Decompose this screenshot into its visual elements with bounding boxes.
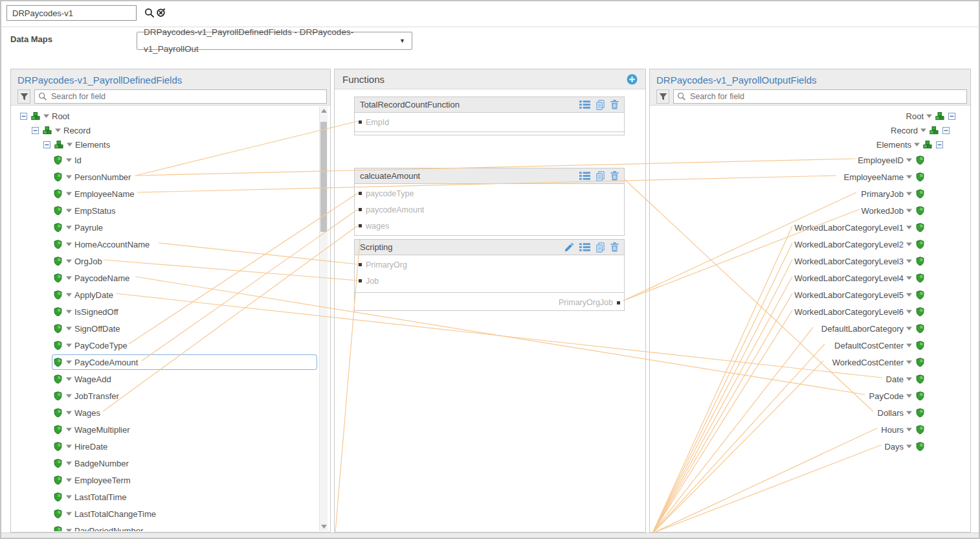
chevron-down-icon[interactable] xyxy=(65,275,72,281)
output-field-row[interactable]: WorkedLaborCategoryLevel2 xyxy=(651,236,970,253)
output-field-row[interactable]: DefaultLaborCategory xyxy=(651,320,970,337)
chevron-down-icon[interactable] xyxy=(906,343,913,348)
chevron-down-icon[interactable] xyxy=(54,128,61,133)
filter-funnel-icon[interactable] xyxy=(656,89,669,104)
chevron-down-icon[interactable] xyxy=(906,174,913,179)
port-square[interactable] xyxy=(359,208,362,211)
chevron-down-icon[interactable] xyxy=(43,113,50,119)
source-field-row[interactable]: LastTotalChangeTime xyxy=(12,505,329,522)
chevron-down-icon[interactable] xyxy=(906,427,913,432)
chevron-down-icon[interactable] xyxy=(65,343,72,348)
chevron-down-icon[interactable] xyxy=(906,275,913,281)
copy-icon[interactable] xyxy=(596,100,605,110)
collapse-minus-icon[interactable] xyxy=(948,113,955,120)
output-field-row[interactable]: WorkedLaborCategoryLevel3 xyxy=(651,253,970,270)
chevron-down-icon[interactable] xyxy=(65,360,72,365)
chevron-down-icon[interactable] xyxy=(65,326,72,331)
source-field-row[interactable]: ApplyDate xyxy=(12,286,329,303)
output-field-row[interactable]: PayCode xyxy=(651,387,970,404)
chevron-down-icon[interactable] xyxy=(65,444,72,449)
port-square[interactable] xyxy=(359,263,362,266)
scrollbar-thumb[interactable] xyxy=(320,122,327,232)
function-input-port[interactable]: Job xyxy=(355,273,624,289)
source-field-row[interactable]: Id xyxy=(12,152,329,168)
chevron-down-icon[interactable] xyxy=(906,309,913,314)
source-field-row[interactable]: SignOffDate xyxy=(12,320,329,337)
output-field-row[interactable]: WorkedLaborCategoryLevel4 xyxy=(651,270,970,286)
chevron-down-icon[interactable] xyxy=(65,174,72,179)
output-field-row[interactable]: Dollars xyxy=(651,404,970,421)
source-field-row[interactable]: HomeAccountName xyxy=(12,236,329,253)
chevron-down-icon[interactable] xyxy=(65,461,72,466)
output-field-row[interactable]: PrimaryJob xyxy=(651,185,970,202)
chevron-down-icon[interactable] xyxy=(65,376,72,382)
chevron-down-icon[interactable] xyxy=(906,393,913,398)
collapse-minus-icon[interactable] xyxy=(936,141,943,148)
output-field-row[interactable]: DefaultCostCenter xyxy=(651,337,970,354)
filter-funnel-icon[interactable] xyxy=(17,89,30,104)
source-field-row[interactable]: BadgeNumber xyxy=(12,455,329,472)
chevron-down-icon[interactable] xyxy=(906,225,913,230)
function-input-port[interactable]: wages xyxy=(355,218,624,234)
output-field-row[interactable]: WorkedLaborCategoryLevel1 xyxy=(651,219,970,236)
chevron-down-icon[interactable] xyxy=(65,292,72,297)
chevron-down-icon[interactable] xyxy=(65,309,72,314)
source-field-row[interactable]: EmployeeTerm xyxy=(12,472,329,488)
function-input-port[interactable]: PrimaryOrg xyxy=(355,257,624,273)
source-field-row[interactable]: PersonNumber xyxy=(12,168,329,185)
function-input-port[interactable]: paycodeAmount xyxy=(355,201,624,218)
tree-node-row[interactable]: Record xyxy=(12,123,329,137)
tree-node-row[interactable]: Elements xyxy=(651,137,970,152)
list-icon[interactable] xyxy=(579,100,590,109)
output-field-row[interactable]: Date xyxy=(651,371,970,387)
function-box-scripting[interactable]: Scripting PrimaryOrg Job xyxy=(354,239,625,311)
chevron-down-icon[interactable] xyxy=(906,191,913,196)
chevron-down-icon[interactable] xyxy=(906,157,913,163)
chevron-down-icon[interactable] xyxy=(906,360,913,365)
function-input-port[interactable]: paycodeType xyxy=(355,185,624,201)
source-field-row[interactable]: PayCodeType xyxy=(12,337,329,354)
output-field-search-input[interactable] xyxy=(673,89,967,104)
source-field-row[interactable]: EmpStatus xyxy=(12,202,329,219)
chevron-down-icon[interactable] xyxy=(906,326,913,331)
output-field-row[interactable]: EmployeeID xyxy=(651,152,970,168)
source-field-search-input[interactable] xyxy=(34,89,327,104)
chevron-down-icon[interactable] xyxy=(65,511,72,516)
output-field-row[interactable]: Hours xyxy=(651,421,970,438)
port-square[interactable] xyxy=(617,301,620,304)
source-field-row[interactable]: PayPeriodNumber xyxy=(12,522,329,531)
tree-node-row[interactable]: Root xyxy=(12,109,329,123)
chevron-down-icon[interactable] xyxy=(66,142,73,147)
copy-icon[interactable] xyxy=(596,242,605,253)
output-field-row[interactable]: Days xyxy=(651,438,970,455)
trash-icon[interactable] xyxy=(610,171,619,181)
chevron-down-icon[interactable] xyxy=(906,444,913,449)
output-field-row[interactable]: WorkedCostCenter xyxy=(651,354,970,371)
port-square[interactable] xyxy=(359,224,362,227)
chevron-down-icon[interactable] xyxy=(906,208,913,213)
data-map-select[interactable]: DRPaycodes-v1_PayrollDefinedFields - DRP… xyxy=(137,32,412,50)
chevron-down-icon[interactable] xyxy=(65,393,72,398)
scroll-down-icon[interactable] xyxy=(320,522,328,531)
chevron-down-icon[interactable] xyxy=(65,191,72,196)
chevron-down-icon[interactable] xyxy=(65,225,72,230)
chevron-down-icon[interactable] xyxy=(906,410,913,415)
port-square[interactable] xyxy=(359,279,362,282)
output-field-row[interactable]: EmployeeName xyxy=(651,168,970,185)
source-field-row[interactable]: Wages xyxy=(12,404,329,421)
list-icon[interactable] xyxy=(579,243,590,251)
list-icon[interactable] xyxy=(579,172,590,180)
function-box-totalrecordcount[interactable]: TotalRecordCountFunction EmpId xyxy=(354,97,625,135)
chevron-down-icon[interactable] xyxy=(65,494,72,499)
chevron-down-icon[interactable] xyxy=(65,258,72,264)
source-field-row[interactable]: LastTotalTime xyxy=(12,488,329,505)
chevron-down-icon[interactable] xyxy=(65,157,72,163)
collapse-minus-icon[interactable] xyxy=(20,113,27,120)
collapse-minus-icon[interactable] xyxy=(942,127,950,134)
chevron-down-icon[interactable] xyxy=(926,113,933,119)
output-field-row[interactable]: WorkedLaborCategoryLevel5 xyxy=(651,286,970,303)
source-field-row[interactable]: HireDate xyxy=(12,438,329,455)
search-icon[interactable] xyxy=(144,7,155,18)
source-field-row[interactable]: PaycodeName xyxy=(12,270,329,286)
map-search-input[interactable] xyxy=(6,5,137,21)
